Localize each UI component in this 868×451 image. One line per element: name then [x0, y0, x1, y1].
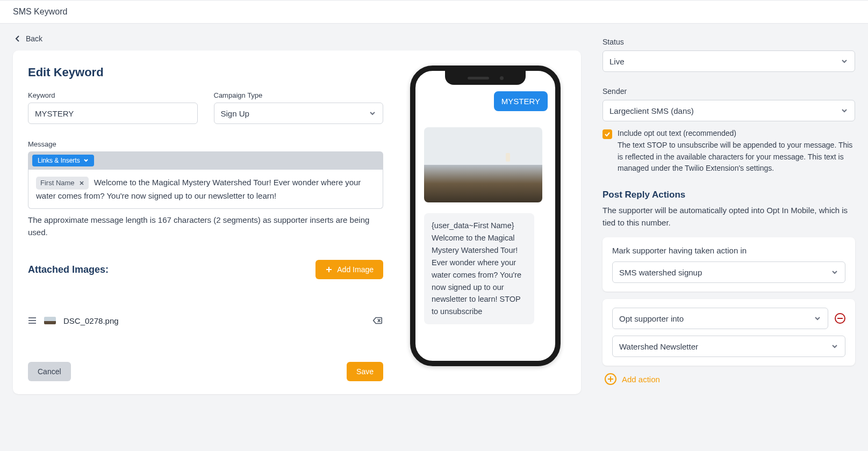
status-select[interactable]: Live	[602, 50, 855, 72]
image-list-item: DSC_0278.png	[28, 311, 383, 330]
chevron-down-icon	[369, 110, 376, 117]
sender-select[interactable]: Largeclient SMS (dans)	[602, 100, 855, 121]
action-card-mark: Mark supporter having taken action in SM…	[602, 237, 855, 292]
remove-action-button[interactable]	[835, 313, 845, 324]
edit-keyword-card: Edit Keyword Keyword Campaign Type Sign …	[13, 50, 581, 394]
chevron-down-icon	[841, 107, 848, 114]
phone-notch	[445, 71, 526, 85]
status-value: Live	[609, 57, 625, 66]
page-header: SMS Keyword	[0, 0, 868, 24]
preview-incoming-bubble: {user_data~First Name} Welcome to the Ma…	[424, 213, 534, 324]
add-action-label: Add action	[622, 375, 660, 384]
add-action-button[interactable]: Add action	[602, 373, 855, 385]
plus-icon	[325, 266, 333, 273]
optout-checkbox[interactable]	[602, 129, 612, 139]
chevron-left-icon	[15, 35, 20, 42]
message-label: Message	[28, 140, 383, 148]
attached-images-heading: Attached Images:	[28, 264, 109, 275]
keyword-label: Keyword	[28, 91, 198, 99]
action-page-value: SMS watershed signup	[619, 268, 702, 277]
optout-label: Include opt out text (recommended)	[618, 129, 855, 137]
chevron-down-icon	[831, 343, 838, 350]
add-image-button[interactable]: Add Image	[315, 260, 383, 279]
check-icon	[604, 131, 611, 137]
action-page-select[interactable]: SMS watershed signup	[612, 261, 845, 283]
campaign-type-label: Campaign Type	[214, 91, 384, 99]
action-target-select[interactable]: Watershed Newsletter	[612, 336, 845, 357]
page-title: SMS Keyword	[13, 7, 67, 16]
message-toolbar: Links & Inserts	[28, 151, 383, 170]
chevron-down-icon	[831, 268, 838, 276]
campaign-type-value: Sign Up	[221, 109, 249, 118]
cancel-button[interactable]: Cancel	[28, 362, 71, 381]
status-label: Status	[602, 38, 855, 46]
post-actions-description: The supporter will be automatically opte…	[602, 205, 855, 229]
links-inserts-button[interactable]: Links & Inserts	[32, 155, 94, 166]
card-title: Edit Keyword	[28, 66, 383, 79]
back-label: Back	[26, 34, 42, 43]
message-textarea[interactable]: First Name Welcome to the Magical Myster…	[28, 170, 383, 209]
chip-label: First Name	[40, 178, 75, 188]
save-button[interactable]: Save	[347, 362, 383, 381]
image-thumbnail	[44, 317, 56, 324]
post-actions-heading: Post Reply Actions	[602, 190, 855, 200]
phone-screen: MYSTERY {user_data~First Name} Welcome t…	[420, 87, 551, 355]
message-helper-text: The approximate message length is 167 ch…	[28, 214, 383, 238]
sender-value: Largeclient SMS (dans)	[609, 106, 694, 115]
minus-icon	[837, 318, 843, 319]
phone-preview: MYSTERY {user_data~First Name} Welcome t…	[410, 66, 561, 366]
drag-handle-icon[interactable]	[28, 317, 37, 324]
links-inserts-label: Links & Inserts	[38, 157, 80, 164]
add-image-label: Add Image	[337, 265, 374, 274]
action-type-select[interactable]: Opt supporter into	[612, 308, 828, 329]
preview-image	[424, 127, 542, 202]
action-card-optin: Opt supporter into Watershed Newsletter	[602, 299, 855, 366]
keyword-input[interactable]	[28, 103, 198, 124]
insert-chip-first-name[interactable]: First Name	[36, 177, 89, 190]
sender-label: Sender	[602, 87, 855, 96]
chevron-down-icon	[83, 158, 89, 163]
close-icon[interactable]	[79, 180, 84, 186]
chevron-down-icon	[841, 57, 848, 65]
delete-icon[interactable]	[371, 315, 383, 326]
action-label: Mark supporter having taken action in	[612, 246, 845, 255]
campaign-type-select[interactable]: Sign Up	[214, 103, 384, 124]
action-target-value: Watershed Newsletter	[619, 342, 698, 351]
preview-outgoing-bubble: MYSTERY	[494, 91, 548, 111]
back-link[interactable]: Back	[13, 34, 581, 43]
optout-description: The text STOP to unsubscribe will be app…	[618, 140, 855, 174]
chevron-down-icon	[814, 315, 821, 322]
plus-circle-icon	[605, 373, 616, 385]
action-type-value: Opt supporter into	[619, 314, 684, 323]
image-filename: DSC_0278.png	[63, 316, 364, 325]
